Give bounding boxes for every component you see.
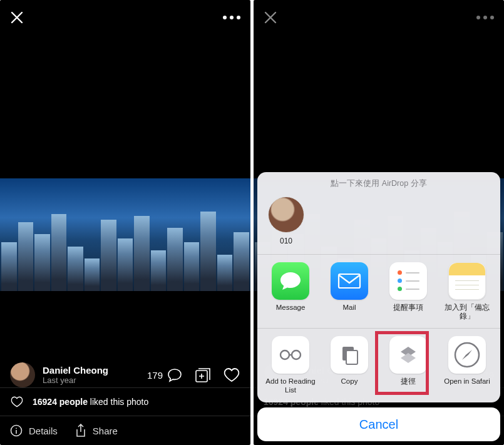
share-sheet: 點一下來使用 AirDrop 分享 010 Message [257,172,500,441]
share-app-label: 加入到「備忘錄」 [438,304,496,321]
share-app-notes[interactable]: 加入到「備忘錄」 [438,262,496,321]
add-to-collection-icon[interactable] [194,367,212,383]
shortcut-icon [389,336,427,374]
cancel-label: Cancel [359,417,398,432]
airdrop-row: 010 [257,193,500,255]
photo-viewer-screen: Daniel Cheong Last year 179 16924 people… [0,0,250,445]
likes-suffix: liked this photo [88,397,148,407]
airdrop-contact-name: 010 [265,237,307,245]
share-actions-row: Add to Reading List Copy 捷徑 [257,329,500,402]
author-name[interactable]: Daniel Cheong [43,365,140,376]
skyline-illustration [0,210,250,291]
share-label: Share [93,426,118,436]
mail-icon [331,262,368,300]
photo-content[interactable] [0,178,250,291]
comment-count: 179 [147,370,163,381]
photo-meta-row: Daniel Cheong Last year 179 [0,362,250,387]
cancel-button[interactable]: Cancel [257,407,500,441]
svg-rect-7 [346,350,357,364]
likes-count: 16924 people [33,397,88,407]
share-action-label: Copy [341,377,358,394]
author-avatar[interactable] [10,362,35,387]
action-shortcut[interactable]: 捷徑 [379,336,438,395]
share-app-message[interactable]: Message [261,262,320,321]
share-action-label: 捷徑 [401,377,416,394]
action-copy[interactable]: Copy [320,336,379,395]
share-app-label: 提醒事項 [393,304,423,320]
like-icon[interactable] [223,367,240,383]
bottom-actions-row: Details Share [0,416,250,445]
likes-row[interactable]: 16924 people liked this photo [0,387,250,416]
share-apps-row: Message Mail 提醒事 [257,255,500,329]
share-app-label: Mail [342,304,356,320]
top-bar [0,0,250,35]
heart-outline-icon [10,396,24,408]
svg-rect-3 [339,274,360,288]
share-button[interactable]: Share [75,424,118,437]
svg-point-4 [280,350,289,359]
comment-icon [167,367,183,382]
share-action-label: Open in Safari [444,377,490,394]
share-action-label: Add to Reading List [261,377,320,395]
airdrop-contact[interactable]: 010 [265,197,307,245]
action-open-safari[interactable]: Open in Safari [438,336,496,395]
comments-button[interactable]: 179 [147,367,183,382]
svg-point-5 [292,350,301,359]
share-app-label: Message [276,304,306,320]
share-icon [75,424,86,437]
share-app-reminders[interactable]: 提醒事項 [379,262,438,321]
svg-point-2 [16,427,17,429]
airdrop-hint: 點一下來使用 AirDrop 分享 [257,172,500,193]
more-icon[interactable] [223,16,240,19]
info-icon [10,424,23,437]
safari-icon [448,336,486,374]
action-reading-list[interactable]: Add to Reading List [261,336,320,395]
reminders-icon [389,262,427,300]
message-icon [272,262,309,300]
close-icon[interactable] [10,11,24,24]
notes-icon [448,262,486,300]
share-app-mail[interactable]: Mail [320,262,379,321]
details-button[interactable]: Details [10,424,58,437]
share-sheet-screen: Daniel Cheong Last year 179 16924 people… [254,0,504,445]
close-icon[interactable] [264,11,277,24]
more-icon[interactable] [476,16,494,19]
glasses-icon [272,336,309,374]
top-bar [254,0,504,35]
timestamp: Last year [43,376,140,385]
copy-icon [331,336,368,374]
airdrop-avatar [268,197,304,233]
details-label: Details [29,426,58,436]
